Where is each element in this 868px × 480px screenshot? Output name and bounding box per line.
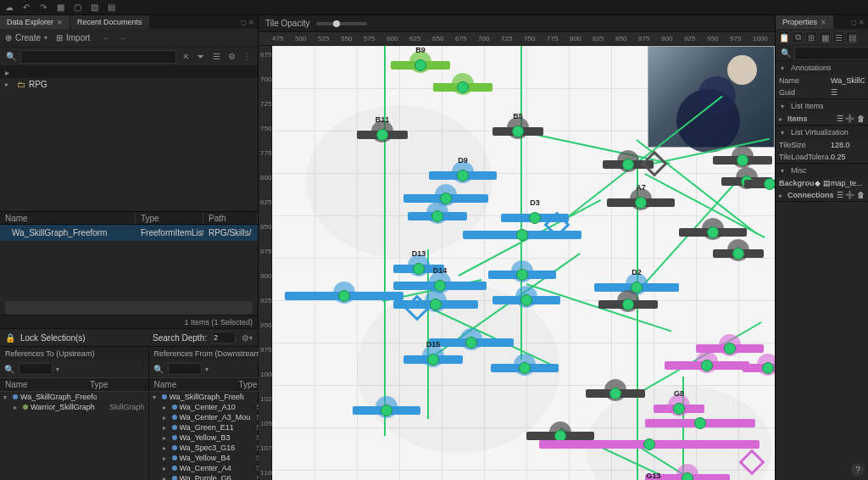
list-item[interactable]: ▸Warrior_SkillGraphSkillGraph: [0, 402, 148, 412]
skill-node[interactable]: A7: [607, 198, 675, 207]
minimize-icon[interactable]: ◻: [851, 19, 857, 26]
scroll-track[interactable]: [5, 301, 253, 315]
gear-icon[interactable]: ⚙: [225, 51, 237, 63]
refto-tree[interactable]: ▾Wa_SkillGraph_Freeform▸Warrior_SkillGra…: [0, 392, 148, 480]
skill-node[interactable]: D14: [393, 282, 487, 290]
prop-items[interactable]: ▸Items☰ ➕ 🗑: [776, 113, 868, 125]
table-icon[interactable]: ▤: [846, 31, 858, 43]
skill-node[interactable]: B5: [492, 127, 543, 136]
filter-icon[interactable]: ⏷: [195, 51, 207, 63]
skill-node[interactable]: [433, 83, 492, 92]
skill-node[interactable]: [463, 231, 581, 239]
prop-name-value[interactable]: Wa_SkillGraph_F: [831, 76, 865, 85]
expand-icon[interactable]: ▸: [5, 81, 14, 88]
list-icon[interactable]: ☰: [832, 31, 844, 43]
skill-node[interactable]: [586, 389, 645, 398]
breadcrumb[interactable]: ▸: [0, 66, 258, 78]
prop-background[interactable]: Background◆ ▤ map_te...: [776, 177, 868, 189]
skill-node[interactable]: [645, 419, 755, 427]
search-input[interactable]: [20, 50, 176, 64]
chevron-down-icon[interactable]: ▾: [56, 366, 59, 373]
copy-icon[interactable]: ⧉: [792, 31, 804, 43]
clear-icon[interactable]: ✕: [180, 51, 192, 63]
tab-properties[interactable]: Properties✕: [776, 15, 834, 29]
canvas-panel: Tile Opacity 475500525550575600625650675…: [259, 15, 775, 480]
skill-node[interactable]: [665, 361, 749, 370]
skill-node[interactable]: [598, 300, 658, 309]
skill-node[interactable]: [491, 364, 559, 372]
section-annotations[interactable]: Annotations: [791, 64, 832, 72]
opacity-slider[interactable]: [316, 22, 367, 25]
skill-node[interactable]: B9: [391, 61, 450, 70]
lock-icon[interactable]: 🔒: [5, 333, 15, 343]
nav-icon[interactable]: ⊞: [805, 31, 817, 43]
window-icon[interactable]: ▢: [71, 2, 83, 14]
skill-node[interactable]: [285, 292, 403, 300]
nav-back-icon[interactable]: ←: [102, 33, 110, 42]
chevron-down-icon[interactable]: ▾: [205, 366, 209, 373]
menu-icon[interactable]: ☰: [831, 88, 865, 97]
depth-input[interactable]: [212, 332, 236, 343]
ruler-vertical: 6757007257507758008258508759009259509751…: [259, 46, 272, 480]
menu-icon[interactable]: ☰: [210, 51, 222, 63]
tab-recent-docs[interactable]: Recent Documents: [70, 15, 150, 29]
folder-tree[interactable]: ▸ 🗀 RPG: [0, 78, 258, 211]
asset-list[interactable]: Wa_SkillGraph_Freeform FreeformItemListA…: [0, 225, 258, 284]
preset-icon[interactable]: ▦: [819, 31, 831, 43]
skill-node[interactable]: [539, 440, 760, 449]
skill-node[interactable]: [744, 180, 775, 188]
close-panel-icon[interactable]: ✕: [248, 19, 254, 26]
overflow-icon[interactable]: ⋮: [241, 51, 253, 63]
import-button[interactable]: ⊞ Import: [56, 33, 90, 42]
skill-node[interactable]: D15: [403, 355, 463, 364]
skill-node[interactable]: [353, 406, 420, 415]
skill-node[interactable]: [429, 338, 514, 347]
skill-node[interactable]: [679, 228, 747, 237]
skill-node[interactable]: [492, 296, 560, 304]
skill-node[interactable]: D9: [429, 171, 497, 180]
prop-connections[interactable]: ▸Connections☰ ➕ 🗑: [776, 189, 868, 201]
prop-tolera[interactable]: 0.25: [831, 153, 865, 161]
skill-node[interactable]: [713, 156, 772, 165]
section-misc[interactable]: Misc: [791, 166, 807, 175]
layout-icon[interactable]: ▦: [54, 2, 66, 14]
gear-icon[interactable]: ⚙▾: [241, 332, 253, 343]
skill-node[interactable]: [408, 212, 467, 220]
cloud-icon[interactable]: ☁: [3, 2, 15, 14]
image-icon[interactable]: ▧: [88, 2, 100, 14]
skill-node[interactable]: B11: [357, 131, 408, 139]
create-button[interactable]: ⊕ Create ▾: [5, 33, 47, 42]
slider-knob[interactable]: [333, 20, 340, 27]
minimize-icon[interactable]: ◻: [241, 19, 247, 26]
close-icon[interactable]: ✕: [821, 19, 826, 26]
open-icon[interactable]: ▤: [105, 2, 117, 14]
skill-node[interactable]: [713, 249, 764, 258]
skill-node[interactable]: [488, 271, 556, 279]
close-icon[interactable]: ✕: [57, 19, 63, 26]
reffrom-search[interactable]: [168, 363, 202, 375]
properties-panel: Properties✕ ◻✕ 📋 ⧉ ⊞ ▦ ☰ ▤ 🔍✕ ▾Annotatio…: [775, 15, 868, 480]
list-item[interactable]: Wa_SkillGraph_Freeform FreeformItemListA…: [0, 225, 258, 241]
skill-node[interactable]: [403, 194, 488, 203]
explorer-toolbar: ⊕ Create ▾ ⊞ Import ← →: [0, 29, 258, 47]
graph-canvas[interactable]: B9 B11 B5 A7 D9 D3 D13 D14 D2 D15: [272, 46, 775, 480]
prop-tilesize[interactable]: 128.0: [831, 141, 865, 149]
skill-node[interactable]: [526, 432, 594, 440]
tab-data-explorer[interactable]: Data Explorer✕: [0, 15, 70, 29]
clipboard-icon[interactable]: 📋: [778, 31, 790, 43]
folder-icon: 🗀: [17, 80, 25, 89]
skill-node[interactable]: D2: [594, 283, 679, 292]
undo-icon[interactable]: ↶: [20, 2, 32, 14]
close-panel-icon[interactable]: ✕: [859, 19, 865, 26]
help-button[interactable]: ?: [851, 463, 865, 477]
list-item[interactable]: ▾Wa_SkillGraph_Freeform: [0, 392, 148, 402]
folder-row[interactable]: ▸ 🗀 RPG: [0, 78, 258, 91]
section-virt[interactable]: List Virtualization: [791, 128, 849, 137]
nav-fwd-icon[interactable]: →: [119, 33, 127, 42]
skill-node[interactable]: G8: [654, 405, 704, 413]
redo-icon[interactable]: ↷: [37, 2, 49, 14]
skill-node[interactable]: [743, 364, 775, 372]
properties-search[interactable]: [794, 47, 868, 60]
refto-search[interactable]: [19, 363, 53, 375]
section-listitems[interactable]: List Items: [791, 102, 824, 110]
